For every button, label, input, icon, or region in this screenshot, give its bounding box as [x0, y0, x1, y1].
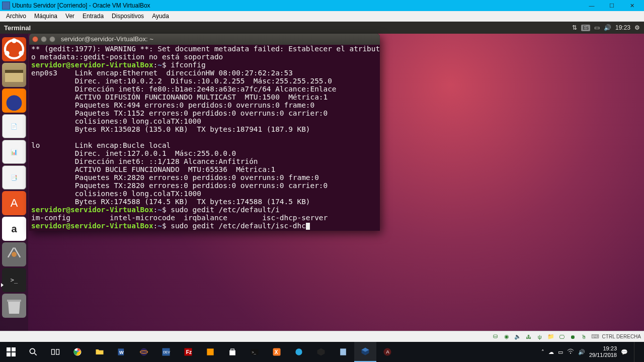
svg-text:A: A — [386, 349, 390, 354]
filezilla-icon: Fz — [183, 347, 193, 357]
writer-icon: 📄 — [11, 123, 18, 130]
clock[interactable]: 19:23 — [615, 24, 630, 31]
svg-point-22 — [140, 348, 148, 356]
launcher-terminal[interactable]: >_ — [2, 268, 26, 292]
launcher-writer[interactable]: 📄 — [2, 114, 26, 138]
taskbar-store[interactable] — [221, 342, 244, 362]
show-desktop-button[interactable] — [634, 342, 641, 362]
taskbar-chrome[interactable] — [66, 342, 89, 362]
svg-point-40 — [570, 352, 571, 353]
settings-icon — [7, 247, 22, 262]
network-updown-icon[interactable]: ⇅ — [572, 24, 577, 31]
taskbar-sublime[interactable] — [199, 342, 221, 362]
system-tray[interactable]: ˄ ☁ ▭ 🔊 19:23 29/11/2018 💬 — [541, 342, 644, 362]
terminal-minimize-icon[interactable] — [41, 36, 47, 42]
svg-rect-13 — [12, 352, 16, 356]
eclipse-icon — [139, 347, 149, 357]
vbox-hdd-icon[interactable]: ⛁ — [492, 333, 500, 341]
vbox-hostkey-label: CTRL DERECHA — [602, 334, 641, 339]
menu-entrada[interactable]: Entrada — [78, 12, 108, 21]
vbox-recording-icon[interactable]: ⏺ — [569, 333, 577, 341]
menu-archivo[interactable]: Archivo — [2, 12, 30, 21]
taskbar-explorer[interactable] — [89, 342, 111, 362]
cmd-icon: >_ — [250, 347, 260, 357]
devcpp-icon: DEV — [161, 347, 171, 357]
launcher-impress[interactable]: 📑 — [2, 165, 26, 190]
files-icon — [2, 63, 26, 87]
virtualbox-titlebar[interactable]: Ubuntu Servidor [Corriendo] - Oracle VM … — [0, 0, 644, 11]
terminal-maximize-icon[interactable] — [49, 36, 55, 42]
start-button[interactable] — [0, 342, 22, 362]
svg-rect-10 — [7, 347, 11, 351]
battery-icon[interactable]: ▭ — [594, 24, 600, 31]
vbox-hostkey-icon[interactable]: ⌨ — [591, 333, 599, 341]
vbox-mouse-icon[interactable]: 🖱 — [580, 333, 588, 341]
ubuntu-logo-icon — [2, 37, 26, 61]
svg-text:DEV: DEV — [163, 350, 170, 354]
tray-volume-icon[interactable]: 🔊 — [578, 349, 585, 355]
taskbar-filezilla[interactable]: Fz — [177, 342, 199, 362]
windows-taskbar: W DEV Fz >_ X A ˄ ☁ ▭ 🔊 19:23 29/11/2018… — [0, 342, 644, 362]
maximize-button[interactable]: ☐ — [602, 1, 622, 11]
taskbar-cmd[interactable]: >_ — [244, 342, 266, 362]
windows-logo-icon — [6, 347, 16, 357]
session-icon[interactable]: ⚙ — [634, 24, 640, 31]
svg-rect-12 — [7, 352, 11, 356]
taskbar-devcpp[interactable]: DEV — [155, 342, 177, 362]
notepad-icon — [338, 347, 348, 357]
tray-onedrive-icon[interactable]: ☁ — [548, 349, 554, 355]
taskbar-app1[interactable] — [288, 342, 310, 362]
taskbar-eclipse[interactable] — [133, 342, 155, 362]
vbox-shared-icon[interactable]: 📁 — [547, 333, 555, 341]
vbox-audio-icon[interactable]: 🔈 — [514, 333, 522, 341]
terminal-window[interactable]: servidor@servidor-VirtualBox: ~ ** (gedi… — [29, 34, 380, 231]
vbox-network-icon[interactable]: 🖧 — [525, 333, 533, 341]
chrome-icon — [72, 347, 83, 357]
word-icon: W — [117, 347, 127, 357]
tray-chevron-icon[interactable]: ˄ — [541, 349, 544, 355]
taskbar-app3[interactable]: A — [376, 342, 398, 362]
terminal-icon: >_ — [11, 277, 18, 284]
launcher-calc[interactable]: 📊 — [2, 140, 26, 164]
svg-rect-16 — [52, 349, 55, 354]
launcher-files[interactable] — [2, 63, 26, 87]
taskbar-xampp[interactable]: X — [266, 342, 288, 362]
terminal-body[interactable]: ** (gedit:1977): WARNING **: Set documen… — [29, 45, 380, 231]
store-icon — [227, 347, 237, 357]
sublime-icon — [205, 347, 215, 357]
menu-ver[interactable]: Ver — [61, 12, 78, 21]
vbox-optical-icon[interactable]: ◉ — [503, 333, 511, 341]
keyboard-layout-indicator[interactable]: Es — [581, 25, 590, 31]
svg-point-3 — [5, 51, 10, 56]
tray-notification-icon[interactable]: 💬 — [621, 349, 628, 355]
launcher-trash[interactable] — [2, 294, 26, 318]
virtualbox-statusbar: ⛁ ◉ 🔈 🖧 ψ 📁 🖵 ⏺ 🖱 ⌨ CTRL DERECHA — [0, 331, 644, 342]
taskbar-virtualbox[interactable] — [354, 342, 376, 362]
launcher-settings[interactable] — [2, 242, 26, 266]
menu-dispositivos[interactable]: Dispositivos — [108, 12, 148, 21]
vbox-usb-icon[interactable]: ψ — [536, 333, 544, 341]
taskbar-word[interactable]: W — [111, 342, 133, 362]
launcher-amazon[interactable]: a — [2, 217, 26, 241]
menu-maquina[interactable]: Máquina — [30, 12, 61, 21]
minimize-button[interactable]: — — [582, 1, 602, 11]
close-button[interactable]: ✕ — [622, 1, 642, 11]
search-button[interactable] — [22, 342, 44, 362]
svg-text:W: W — [119, 350, 124, 355]
taskview-button[interactable] — [44, 342, 66, 362]
guest-screen[interactable]: Terminal ⇅ Es ▭ 🔊 19:23 ⚙ 📄 📊 📑 A a >_ s… — [0, 22, 644, 339]
launcher-firefox[interactable] — [2, 88, 26, 113]
taskbar-unity[interactable] — [310, 342, 332, 362]
taskbar-app2[interactable] — [332, 342, 354, 362]
launcher-software[interactable]: A — [2, 191, 26, 215]
launcher-dash[interactable] — [2, 37, 26, 61]
taskbar-clock[interactable]: 19:23 29/11/2018 — [589, 345, 617, 358]
ubuntu-top-panel: Terminal ⇅ Es ▭ 🔊 19:23 ⚙ — [0, 22, 644, 34]
menu-ayuda[interactable]: Ayuda — [148, 12, 173, 21]
volume-icon[interactable]: 🔊 — [604, 24, 611, 31]
tray-battery-icon[interactable]: ▭ — [558, 349, 563, 355]
terminal-titlebar[interactable]: servidor@servidor-VirtualBox: ~ — [29, 34, 380, 45]
terminal-close-icon[interactable] — [32, 36, 38, 42]
vbox-display-icon[interactable]: 🖵 — [558, 333, 566, 341]
tray-wifi-icon[interactable] — [567, 348, 574, 356]
